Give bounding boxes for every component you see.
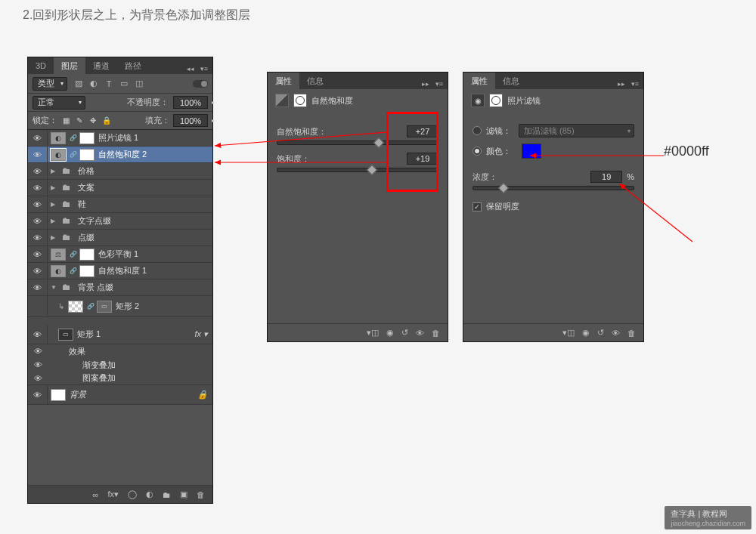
visibility-toggle[interactable]: 👁 [28,263,48,279]
layer-photo-filter-1[interactable]: 👁 ◐🔗照片滤镜 1 [28,130,212,147]
prev-icon[interactable]: ◉ [386,328,394,338]
collapse-icon[interactable]: ◂◂ [185,63,196,74]
link-layers-icon[interactable]: ∞ [93,490,99,499]
density-slider[interactable] [472,186,634,190]
fill-value[interactable]: 100% [173,114,208,127]
preserve-checkbox[interactable]: ✓ [472,202,482,211]
collapse-icon[interactable]: ▸▸ [616,79,627,89]
prop-tabs: 属性 信息 ▸▸▾≡ [268,73,448,89]
group-icon[interactable]: 🖿 [163,490,171,499]
density-value[interactable]: 19 [590,171,622,183]
visibility-toggle[interactable]: 👁 [28,230,48,245]
slider-knob[interactable] [498,183,509,193]
blend-mode-select[interactable]: 正常 [33,96,85,110]
disclosure-icon[interactable]: ▶ [51,201,58,208]
lock-all-icon[interactable]: 🔒 [101,116,112,126]
opacity-value[interactable]: 100% [173,96,208,109]
visibility-toggle[interactable]: 👁 [28,358,48,372]
lock-paint-icon[interactable]: ✎ [74,116,85,126]
tab-3d[interactable]: 3D [28,57,54,74]
layer-vibrance-2[interactable]: 👁 ◐🔗自然饱和度 2 [28,147,212,163]
visibility-toggle[interactable]: 👁 [28,344,48,358]
tab-properties[interactable]: 属性 [463,73,495,89]
visibility-toggle[interactable]: 👁 [28,163,48,179]
eye-icon[interactable]: 👁 [612,329,620,338]
filter-label: 滤镜： [486,125,511,137]
layer-rect-2[interactable]: ↳🔗▭矩形 2 [28,296,212,317]
visibility-toggle[interactable]: 👁 [28,385,48,404]
layer-effect-gradient[interactable]: 👁渐变叠加 [28,358,212,372]
visibility-toggle[interactable]: 👁 [28,147,48,162]
mask-icon[interactable]: ◯ [128,489,137,499]
layers-panel: 3D 图层 通道 路径 ◂◂ ▾≡ 类型 ▧ ◐ T ▭ ◫ 正常 不透明度： … [27,57,213,504]
tab-info[interactable]: 信息 [495,73,527,89]
layer-folder-deco[interactable]: 👁▶🖿点缀 [28,230,212,246]
trash-icon[interactable]: 🗑 [197,490,205,499]
filter-type-icon[interactable]: T [104,79,114,89]
color-radio[interactable] [472,147,482,156]
visibility-toggle[interactable]: 👁 [28,372,48,384]
new-layer-icon[interactable]: ▣ [180,489,187,499]
visibility-toggle[interactable]: 👁 [28,325,48,344]
fx-indicator[interactable]: fx ▾ [194,329,208,339]
layer-effect-pattern[interactable]: 👁图案叠加 [28,372,212,385]
slider-knob[interactable] [367,165,377,175]
mask-icon[interactable] [489,94,503,107]
disclosure-icon[interactable]: ▶ [51,234,58,241]
visibility-toggle[interactable]: 👁 [28,130,48,146]
panel-menu-icon[interactable]: ▾≡ [199,63,209,74]
filter-type-select[interactable]: 类型 [33,77,67,91]
color-swatch[interactable] [522,144,541,159]
prev-icon[interactable]: ◉ [582,328,590,338]
visibility-toggle[interactable]: 👁 [28,246,48,262]
filter-pixel-icon[interactable]: ▧ [73,79,84,89]
adjustment-icon[interactable]: ◐ [146,489,153,499]
reset-icon[interactable]: ↺ [401,328,408,338]
mask-icon[interactable] [293,94,307,107]
filter-shape-icon[interactable]: ▭ [119,79,129,89]
slider-knob[interactable] [373,137,383,148]
layer-effects-head[interactable]: 👁效果 [28,344,212,358]
disclosure-icon[interactable]: ▼ [51,284,58,291]
eye-icon[interactable]: 👁 [416,329,424,338]
filter-smart-icon[interactable]: ◫ [134,79,144,89]
layer-folder-copy[interactable]: 👁▶🖿文案 [28,180,212,196]
visibility-toggle[interactable]: 👁 [28,180,48,196]
layer-color-balance-1[interactable]: 👁⚖🔗色彩平衡 1 [28,246,212,263]
layer-vibrance-1[interactable]: 👁◐🔗自然饱和度 1 [28,263,212,279]
layer-rect-1[interactable]: 👁▭矩形 1fx ▾ [28,325,212,344]
disclosure-icon[interactable]: ▶ [51,218,58,224]
reset-icon[interactable]: ↺ [597,328,604,338]
disclosure-icon[interactable]: ▶ [51,184,58,191]
tab-paths[interactable]: 路径 [117,57,149,74]
layer-folder-bg-deco[interactable]: 👁▼🖿背景 点缀 [28,279,212,296]
layer-folder-shoe[interactable]: 👁▶🖿鞋 [28,196,212,213]
filter-toggle[interactable] [193,80,208,88]
layer-background[interactable]: 👁背景🔒 [28,385,212,405]
collapse-icon[interactable]: ▸▸ [420,79,431,89]
visibility-toggle[interactable]: 👁 [28,279,48,295]
bg-thumb [51,389,66,401]
tab-layers[interactable]: 图层 [54,57,85,74]
clip-icon[interactable]: ▾◫ [367,328,379,338]
filter-adjust-icon[interactable]: ◐ [88,79,99,89]
panel-menu-icon[interactable]: ▾≡ [630,79,640,89]
trash-icon[interactable]: 🗑 [432,329,440,338]
disclosure-icon[interactable]: ▶ [51,168,58,174]
tab-properties[interactable]: 属性 [268,73,299,89]
lock-transparent-icon[interactable]: ▦ [60,116,71,126]
tab-channels[interactable]: 通道 [85,57,117,74]
layer-folder-price[interactable]: 👁▶🖿价格 [28,163,212,180]
filter-radio[interactable] [472,126,482,135]
panel-menu-icon[interactable]: ▾≡ [434,79,445,89]
lock-position-icon[interactable]: ✥ [88,116,98,126]
visibility-toggle[interactable]: 👁 [28,196,48,212]
tab-info[interactable]: 信息 [299,73,331,89]
visibility-toggle[interactable] [28,296,48,316]
trash-icon[interactable]: 🗑 [627,329,636,338]
visibility-toggle[interactable]: 👁 [28,213,48,229]
clip-icon[interactable]: ▾◫ [562,328,575,338]
filter-preset-select[interactable]: 加温滤镜 (85) [519,124,634,137]
fx-menu-icon[interactable]: fx▾ [107,489,119,499]
layer-folder-text-deco[interactable]: 👁▶🖿文字点缀 [28,213,212,230]
